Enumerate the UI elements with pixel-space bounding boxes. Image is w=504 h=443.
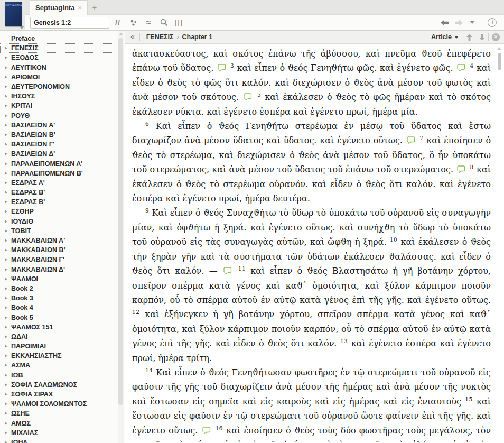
note-bubble-icon[interactable] xyxy=(457,163,466,170)
sidebar-item[interactable]: ΣΟΦΙΑ ΣΑΛΩΜΩΝΟΣ xyxy=(0,380,117,390)
expand-triangle-icon[interactable] xyxy=(5,181,7,184)
sidebar-item[interactable]: ΠΑΡΟΙΜΙΑΙ xyxy=(0,342,117,351)
expand-triangle-icon[interactable] xyxy=(5,172,7,175)
columns-icon[interactable]: ||| xyxy=(172,16,186,29)
expand-triangle-icon[interactable] xyxy=(5,143,7,146)
expand-triangle-icon[interactable] xyxy=(5,316,7,319)
expand-triangle-icon[interactable] xyxy=(5,258,7,261)
sidebar-item[interactable]: ΒΑΣΙΛΕΙΩΝ Γ' xyxy=(0,140,117,149)
sidebar-item[interactable]: Book 2 xyxy=(0,284,117,293)
expand-triangle-icon[interactable] xyxy=(5,200,7,204)
resource-book-block[interactable]: SEPTUAGINTA xyxy=(0,0,25,31)
expand-triangle-icon[interactable] xyxy=(5,239,7,242)
expand-triangle-icon[interactable] xyxy=(5,47,7,50)
previous-article-icon[interactable] xyxy=(463,32,475,42)
expand-triangle-icon[interactable] xyxy=(5,278,7,281)
sidebar-item[interactable]: ΑΡΙΘΜΟΙ xyxy=(0,72,117,82)
sidebar-item[interactable]: Book 3 xyxy=(0,293,117,303)
breadcrumb-chapter[interactable]: Chapter 1 xyxy=(182,33,213,41)
expand-triangle-icon[interactable] xyxy=(5,431,7,435)
sidebar-item[interactable]: ΕΣΔΡΑΣ Β' xyxy=(0,188,117,197)
sidebar-item[interactable]: ΙΟΥΔΙΘ xyxy=(0,217,117,226)
note-bubble-icon[interactable] xyxy=(407,134,416,141)
corresponding-words-icon[interactable] xyxy=(126,16,140,29)
expand-triangle-icon[interactable] xyxy=(5,374,7,377)
info-icon[interactable]: i xyxy=(488,18,497,27)
sidebar-item[interactable]: ΜΑΚΚΑΒΑΙΩΝ Α' xyxy=(0,236,117,245)
expand-triangle-icon[interactable] xyxy=(5,402,7,405)
sidebar-item[interactable]: ΓΕΝΕΣΙΣ xyxy=(0,43,117,53)
note-bubble-icon[interactable] xyxy=(223,264,232,272)
expand-triangle-icon[interactable] xyxy=(5,76,7,79)
expand-triangle-icon[interactable] xyxy=(5,133,7,136)
text-scroll-thumb[interactable] xyxy=(498,53,501,70)
expand-triangle-icon[interactable] xyxy=(5,393,7,396)
note-bubble-icon[interactable] xyxy=(202,424,211,431)
sidebar-item[interactable]: ΛΕΥΙΤΙΚΟΝ xyxy=(0,63,117,72)
sidebar-item[interactable]: ΜΑΚΚΑΒΑΙΩΝ Γ' xyxy=(0,255,117,264)
text-scrollbar[interactable] xyxy=(495,44,504,443)
sidebar-item[interactable]: ΒΑΣΙΛΕΙΩΝ Β' xyxy=(0,130,117,140)
expand-triangle-icon[interactable] xyxy=(5,191,7,194)
sidebar-item[interactable]: ΨΑΛΜΟΙ xyxy=(0,274,117,284)
sidebar-item[interactable]: ΜΑΚΚΑΒΑΙΩΝ Δ' xyxy=(0,265,117,274)
parallel-resources-icon[interactable]: // xyxy=(111,16,125,29)
sidebar-item[interactable]: ΣΟΦΙΑ ΣΙΡΑΧ xyxy=(0,390,117,399)
expand-triangle-icon[interactable] xyxy=(5,354,7,357)
sidebar-item[interactable]: ΒΑΣΙΛΕΙΩΝ Δ' xyxy=(0,149,117,159)
reference-input[interactable] xyxy=(30,17,109,29)
sidebar-item[interactable]: Preface xyxy=(0,34,117,43)
expand-triangle-icon[interactable] xyxy=(5,364,7,367)
book-menu-caret-icon[interactable] xyxy=(19,26,24,29)
sidebar-item[interactable]: ΕΣΔΡΑΣ Β' xyxy=(0,197,117,207)
new-tab-button[interactable]: + xyxy=(88,0,101,14)
next-article-icon[interactable] xyxy=(475,32,488,42)
note-bubble-icon[interactable] xyxy=(457,61,466,69)
sidebar-item[interactable]: ΕΣΘΗΡ xyxy=(0,207,117,216)
collapse-sidebar-icon[interactable]: « xyxy=(125,32,139,42)
expand-triangle-icon[interactable] xyxy=(5,345,7,348)
expand-triangle-icon[interactable] xyxy=(5,152,7,155)
expand-triangle-icon[interactable] xyxy=(5,104,7,107)
expand-triangle-icon[interactable] xyxy=(5,85,7,88)
text-scroll-up-icon[interactable] xyxy=(497,47,501,50)
expand-triangle-icon[interactable] xyxy=(5,441,7,443)
back-arrow-icon[interactable] xyxy=(438,16,452,29)
note-bubble-icon[interactable] xyxy=(244,90,253,98)
sidebar-item[interactable]: ΨΑΛΜΟΙ ΣΟΛΟΜΩΝΤΟΣ xyxy=(0,399,117,409)
tab-close-icon[interactable]: × xyxy=(77,4,83,12)
sidebar-item[interactable]: ΚΡΙΤΑΙ xyxy=(0,101,117,110)
book-cover-icon[interactable]: SEPTUAGINTA xyxy=(5,2,22,26)
sidebar-item[interactable]: ΙΗΣΟΥΣ xyxy=(0,91,117,101)
sidebar-item[interactable]: ΙΩΗΛ xyxy=(0,438,117,443)
expand-triangle-icon[interactable] xyxy=(5,66,7,69)
expand-triangle-icon[interactable] xyxy=(5,297,7,300)
sidebar-item[interactable]: ΑΣΜΑ xyxy=(0,361,117,370)
expand-triangle-icon[interactable] xyxy=(5,287,7,290)
sidebar-scroll-thumb[interactable] xyxy=(118,38,123,405)
history-caret-icon[interactable] xyxy=(465,16,479,29)
sidebar-item[interactable]: ΜΑΚΚΑΒΑΙΩΝ Β' xyxy=(0,245,117,255)
sidebar-item[interactable]: ΤΩΒΙΤ xyxy=(0,226,117,236)
expand-triangle-icon[interactable] xyxy=(5,95,7,98)
close-pane-icon[interactable]: ✕ xyxy=(492,33,500,41)
sidebar-item[interactable]: ΩΔΑΙ xyxy=(0,332,117,342)
sidebar-item[interactable]: Book 5 xyxy=(0,312,117,322)
sidebar-item[interactable]: ΙΩΒ xyxy=(0,371,117,380)
breadcrumb-book[interactable]: ΓΕΝΕΣΙΣ xyxy=(146,33,174,41)
expand-triangle-icon[interactable] xyxy=(5,306,7,309)
expand-triangle-icon[interactable] xyxy=(5,326,7,329)
expand-triangle-icon[interactable] xyxy=(5,335,7,338)
sidebar-item[interactable]: ΕΚΚΛΗΣΙΑΣΤΗΣ xyxy=(0,351,117,361)
forward-arrow-icon[interactable] xyxy=(452,16,465,29)
sidebar-item[interactable]: ΕΞΟΔΟΣ xyxy=(0,53,117,62)
expand-triangle-icon[interactable] xyxy=(5,229,7,233)
expand-triangle-icon[interactable] xyxy=(5,412,7,415)
sidebar-item[interactable]: ΠΑΡΑΛΕΙΠΟΜΕΝΩΝ Α' xyxy=(0,159,117,168)
sidebar-item[interactable]: ΜΙΧΑΙΑΣ xyxy=(0,428,117,438)
sidebar-scrollbar[interactable] xyxy=(118,31,124,443)
sidebar-item[interactable]: ΒΑΣΙΛΕΙΩΝ Α' xyxy=(0,121,117,130)
expand-triangle-icon[interactable] xyxy=(5,56,7,59)
sidebar-item[interactable]: Book 4 xyxy=(0,303,117,312)
sidebar-item[interactable]: ΔΕΥΤΕΡΟΝΟΜΙΟΝ xyxy=(0,82,117,91)
